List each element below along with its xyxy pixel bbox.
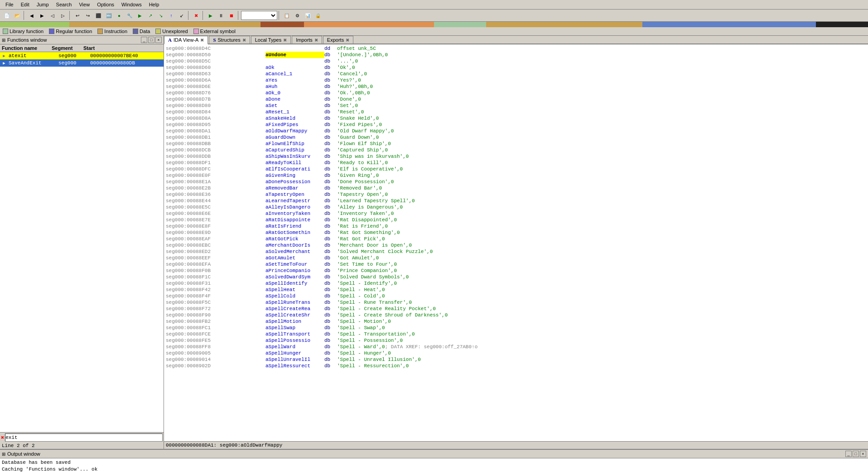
fn-col-segment[interactable]: Segment — [50, 45, 82, 51]
tb14[interactable]: ✖ — [191, 10, 201, 20]
tb5[interactable]: ⬛ — [93, 10, 103, 20]
tb4[interactable]: ↪ — [83, 10, 93, 20]
ida-line-4[interactable]: seg000:00088D63aCancel_1db'Cancel',0 — [164, 71, 868, 77]
ida-line-19[interactable]: seg000:00088DFCaElfIsCooperatidb'Elf is … — [164, 166, 868, 172]
tab-local-types[interactable]: Local Types ✖ — [251, 36, 291, 44]
ida-line-48[interactable]: seg000:00089005aSpellHungerdb'Spell - Hu… — [164, 350, 868, 356]
forward2-button[interactable]: ▷ — [58, 10, 68, 20]
fn-col-name[interactable]: Function name — [0, 45, 50, 51]
pause-button[interactable]: ⏸ — [216, 10, 226, 20]
menu-windows[interactable]: Windows — [118, 1, 145, 8]
ida-line-27[interactable]: seg000:00088E7EaRatDisappointedb'Rat Dis… — [164, 217, 868, 223]
menu-jump[interactable]: Jump — [33, 1, 53, 8]
ida-line-44[interactable]: seg000:00088FC1aSpellSwapdb'Spell - Swap… — [164, 325, 868, 331]
output-close-button[interactable]: × — [860, 451, 866, 457]
menu-view[interactable]: View — [75, 1, 93, 8]
tb8[interactable]: 🔧 — [125, 10, 135, 20]
ida-content[interactable]: seg000:00088D4Cddoffset unk_5Cseg000:000… — [164, 44, 868, 441]
fn-row-saveandexit[interactable]: ▶ SaveAndExit seg000 0000000000880DB — [0, 59, 164, 67]
ida-line-30[interactable]: seg000:00088EAFaRatGotPickdb'Rat Got Pic… — [164, 236, 868, 242]
ida-line-32[interactable]: seg000:00088ED2aSolvedMerchantdb'Solved … — [164, 248, 868, 255]
ida-line-9[interactable]: seg000:00088D80aSetdb'Set',0 — [164, 102, 868, 109]
ida-line-24[interactable]: seg000:00088E44aLearnedTapestrdb'Learned… — [164, 198, 868, 204]
tab-ida-close[interactable]: ✖ — [200, 38, 204, 43]
tb3[interactable]: ↩ — [72, 10, 82, 20]
tb17[interactable]: 📊 — [303, 10, 313, 20]
tb10[interactable]: ↗ — [145, 10, 155, 20]
command-input[interactable] — [5, 433, 163, 442]
ida-line-0[interactable]: seg000:00088D4Cddoffset unk_5C — [164, 45, 868, 52]
tb7[interactable]: ● — [114, 10, 124, 20]
ida-line-10[interactable]: seg000:00088D84aReset_1db'Reset',0 — [164, 109, 868, 115]
ida-line-14[interactable]: seg000:00088DB1aGuardDowndb'Guard Down',… — [164, 134, 868, 141]
stop-button[interactable]: ⏹ — [227, 10, 236, 20]
tab-struct-close[interactable]: ✖ — [242, 38, 246, 43]
ida-line-22[interactable]: seg000:00088E2BaRemovedBardb'Removed Bar… — [164, 185, 868, 191]
menu-options[interactable]: Options — [93, 1, 118, 8]
back-button[interactable]: ◀ — [27, 10, 37, 20]
tb9[interactable]: ▶ — [135, 10, 145, 20]
fn-col-start[interactable]: Start — [82, 45, 145, 51]
functions-maximize-button[interactable]: □ — [148, 37, 154, 43]
menu-edit[interactable]: Edit — [17, 1, 33, 8]
ida-line-16[interactable]: seg000:00088DCBaCapturedShipdb'Captured … — [164, 147, 868, 153]
tb6[interactable]: 🔤 — [104, 10, 114, 20]
forward-button[interactable]: ▶ — [37, 10, 47, 20]
tb16[interactable]: ⚙ — [292, 10, 302, 20]
new-button[interactable]: 📄 — [2, 10, 12, 20]
ida-line-45[interactable]: seg000:00088FCEaSpellTransportdb'Spell -… — [164, 331, 868, 337]
ida-line-1[interactable]: seg000:00088D50aUndonedb'[Undone.]',0Bh,… — [164, 52, 868, 58]
ida-line-42[interactable]: seg000:00088F90aSpellCreateShrdb'Spell -… — [164, 312, 868, 318]
ida-line-7[interactable]: seg000:00088D76aOk_0db'Ok.',0Bh,0 — [164, 90, 868, 96]
tab-imports[interactable]: Imports ✖ — [292, 36, 322, 44]
tb11[interactable]: ↘ — [156, 10, 166, 20]
ida-line-21[interactable]: seg000:00088E1AaDonePossessiondb'Done Po… — [164, 179, 868, 185]
ida-line-6[interactable]: seg000:00088D6EaHuhdb'Huh?',0Bh,0 — [164, 83, 868, 90]
ida-line-43[interactable]: seg000:00088FB2aSpellMotiondb'Spell - Mo… — [164, 318, 868, 325]
ida-line-8[interactable]: seg000:00088D7BaDonedb'Done',0 — [164, 96, 868, 102]
ida-line-17[interactable]: seg000:00088DDBaShipWasInSkurvdb'Ship wa… — [164, 153, 868, 160]
ida-line-2[interactable]: seg000:00088D5Cdb'...',0 — [164, 58, 868, 64]
output-maximize-button[interactable]: □ — [853, 451, 859, 457]
functions-minimize-button[interactable]: _ — [141, 37, 147, 43]
ida-line-13[interactable]: seg000:00088DA1aOldDwarfHappydb'Old Dwar… — [164, 128, 868, 134]
open-button[interactable]: 📂 — [12, 10, 22, 20]
ida-line-20[interactable]: seg000:00088E0FaGivenRingdb'Given Ring',… — [164, 172, 868, 179]
ida-line-47[interactable]: seg000:00088FF8aSpellWarddb'Spell - Ward… — [164, 344, 868, 350]
ida-line-23[interactable]: seg000:00088E36aTapestryOpendb'Tapestry … — [164, 191, 868, 198]
functions-close-button[interactable]: × — [155, 37, 162, 43]
tab-exports-close[interactable]: ✖ — [346, 38, 349, 43]
ida-line-36[interactable]: seg000:00088F1CaSolvedDwardSymdb'Solved … — [164, 274, 868, 280]
ida-line-18[interactable]: seg000:00088DF1aReadyToKilldb'Ready to K… — [164, 160, 868, 166]
tb15[interactable]: 📋 — [282, 10, 292, 20]
ida-line-35[interactable]: seg000:00088F0BaPrinceCompaniodb'Prince … — [164, 268, 868, 274]
ida-line-11[interactable]: seg000:00088D8AaSnakeHelddb'Snake Held',… — [164, 115, 868, 122]
tb13[interactable]: ↙ — [177, 10, 187, 20]
ida-line-46[interactable]: seg000:00088FE5aSpellPossessiodb'Spell -… — [164, 337, 868, 344]
segment-select[interactable] — [241, 11, 277, 20]
tab-ida-view-a[interactable]: A IDA View-A ✖ — [164, 36, 208, 44]
fn-row-atexit[interactable]: ▶ atexit seg000 000000000007BE40 — [0, 52, 164, 59]
menu-search[interactable]: Search — [53, 1, 76, 8]
tab-exports[interactable]: Exports ✖ — [323, 36, 353, 44]
ida-line-5[interactable]: seg000:00088D6AaYesdb'Yes?',0 — [164, 77, 868, 83]
output-minimize-button[interactable]: _ — [845, 451, 852, 457]
ida-line-37[interactable]: seg000:00088F31aSpellIdentifydb'Spell - … — [164, 280, 868, 287]
navigation-colorbar[interactable] — [0, 22, 868, 27]
ida-line-31[interactable]: seg000:00088EBCaMerchantDoorIsdb'Merchan… — [164, 242, 868, 248]
ida-line-49[interactable]: seg000:00089014aSpellUnravelIldb'Spell -… — [164, 356, 868, 363]
ida-line-25[interactable]: seg000:00088E5CaAlleyIsDangerodb'Alley i… — [164, 204, 868, 210]
ida-line-34[interactable]: seg000:00088EFAaSetTimeToFourdb'Set Time… — [164, 261, 868, 268]
ida-line-41[interactable]: seg000:00088F72aSpellCreateReadb'Spell -… — [164, 306, 868, 312]
ida-line-50[interactable]: seg000:0008902DaSpellRessurectdb'Spell -… — [164, 363, 868, 369]
ida-line-29[interactable]: seg000:00088E9DaRatGotSomethindb'Rat Got… — [164, 229, 868, 236]
tb18[interactable]: 🔒 — [313, 10, 323, 20]
menu-help[interactable]: Help — [145, 1, 163, 8]
menu-file[interactable]: File — [2, 1, 17, 8]
ida-line-40[interactable]: seg000:00088F5CaSpellRuneTransdb'Spell -… — [164, 299, 868, 306]
ida-line-33[interactable]: seg000:00088EEFaGotAmuletdb'Got Amulet',… — [164, 255, 868, 261]
ida-line-28[interactable]: seg000:00088E8FaRatIsFrienddb'Rat is Fri… — [164, 223, 868, 229]
back2-button[interactable]: ◁ — [48, 10, 58, 20]
ida-line-26[interactable]: seg000:00088E6EaInventoryTakendb'Invento… — [164, 210, 868, 217]
ida-line-38[interactable]: seg000:00088F42aSpellHeatdb'Spell - Heat… — [164, 287, 868, 293]
